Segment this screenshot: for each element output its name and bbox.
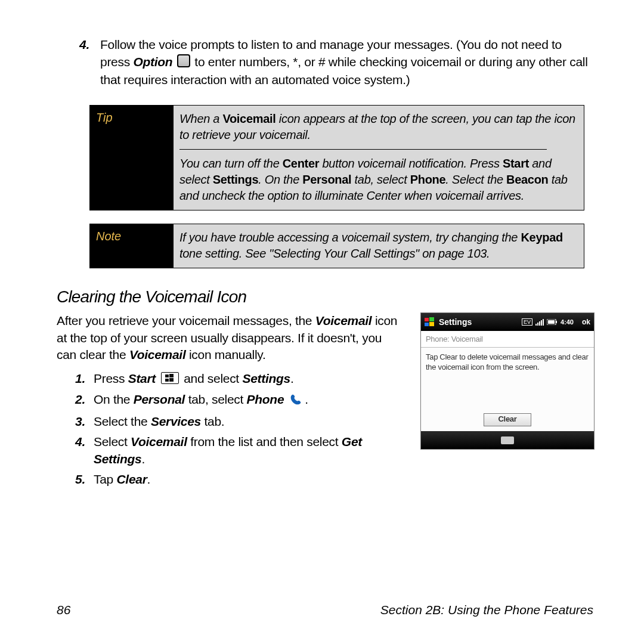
svg-rect-8: [535, 324, 537, 326]
list-item: 4. Select Voicemail from the list and th…: [57, 434, 398, 467]
svg-rect-12: [543, 319, 544, 326]
list-item: 2. On the Personal tab, select Phone .: [57, 391, 398, 410]
svg-rect-1: [169, 374, 174, 377]
note-label: Note: [90, 224, 174, 268]
svg-rect-9: [537, 323, 538, 326]
device-title: Settings: [439, 317, 472, 327]
continued-step-4: 4. Follow the voice prompts to listen to…: [57, 36, 593, 88]
svg-rect-6: [425, 323, 429, 326]
step-number: 4.: [57, 36, 100, 88]
tip-callout: Tip When a Voicemail icon appears at the…: [89, 105, 584, 210]
device-titlebar: Settings EV 4:40 ok: [421, 313, 594, 331]
device-footer: [421, 431, 594, 449]
svg-rect-0: [165, 374, 169, 377]
svg-rect-7: [429, 322, 434, 326]
svg-rect-5: [429, 317, 434, 321]
svg-rect-3: [169, 378, 174, 382]
ev-icon: EV: [522, 318, 532, 326]
intro-paragraph: After you retrieve your voicemail messag…: [57, 312, 398, 363]
windows-start-icon: [161, 372, 179, 384]
svg-rect-4: [425, 318, 429, 321]
list-item: 1. Press Start and select Settings.: [57, 370, 398, 387]
svg-rect-11: [541, 320, 542, 326]
list-item: 5. Tap Clear.: [57, 471, 398, 488]
status-icons: EV 4:40: [522, 318, 574, 326]
battery-icon: [547, 319, 558, 325]
note-content: If you have trouble accessing a voicemai…: [174, 224, 584, 268]
device-screenshot: Settings EV 4:40 ok Phone: Voicemail Tap…: [420, 312, 595, 450]
device-time: 4:40: [561, 318, 574, 326]
tip-content: When a Voicemail icon appears at the top…: [174, 106, 584, 210]
ok-button[interactable]: ok: [582, 318, 590, 326]
option-key-icon: [177, 54, 190, 67]
section-label: Section 2B: Using the Phone Features: [380, 603, 593, 617]
tip-divider: [179, 149, 547, 150]
tip-label: Tip: [90, 106, 174, 210]
device-breadcrumb: Phone: Voicemail: [421, 331, 594, 348]
note-callout: Note If you have trouble accessing a voi…: [89, 224, 584, 268]
section-heading: Clearing the Voicemail Icon: [57, 287, 593, 306]
page-footer: 86 Section 2B: Using the Phone Features: [57, 603, 593, 617]
phone-icon: [290, 393, 302, 410]
signal-icon: [535, 318, 544, 326]
keyboard-icon[interactable]: [501, 436, 514, 444]
svg-rect-15: [548, 320, 555, 324]
device-content: Tap Clear to delete voicemail messages a…: [421, 348, 594, 431]
steps-list: 1. Press Start and select Settings. 2. O…: [57, 370, 398, 488]
svg-rect-10: [539, 321, 540, 326]
step-body: Follow the voice prompts to listen to an…: [100, 36, 593, 88]
svg-rect-14: [556, 321, 557, 323]
page-number: 86: [57, 603, 70, 617]
svg-rect-2: [165, 379, 169, 382]
clear-button[interactable]: Clear: [484, 413, 531, 426]
list-item: 3. Select the Services tab.: [57, 413, 398, 430]
windows-flag-icon[interactable]: [425, 317, 435, 327]
